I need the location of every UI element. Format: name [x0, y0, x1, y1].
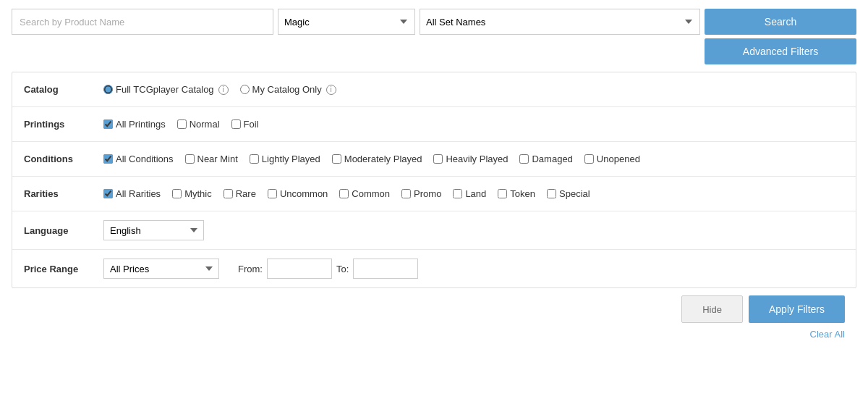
language-row: Language English French German Spanish I… [12, 211, 856, 250]
special-checkbox[interactable] [547, 189, 556, 198]
promo-label: Promo [414, 188, 441, 199]
normal-label: Normal [190, 119, 220, 130]
foil-checkbox[interactable] [231, 119, 241, 129]
language-label: Language [24, 225, 103, 236]
action-buttons: Search Advanced Filters [705, 9, 856, 64]
hide-button[interactable]: Hide [681, 295, 743, 323]
set-select[interactable]: All Set Names [420, 9, 700, 35]
special-label: Special [559, 188, 590, 199]
land-option[interactable]: Land [453, 188, 486, 199]
near-mint-option[interactable]: Near Mint [185, 154, 238, 164]
full-catalog-radio[interactable] [103, 85, 113, 94]
printings-options: All Printings Normal Foil [103, 119, 259, 130]
catalog-options: Full TCGplayer Catalog i My Catalog Only… [103, 84, 336, 95]
damaged-checkbox[interactable] [519, 154, 529, 164]
price-range-options: All Prices Under $1 $1 - $5 $5 - $10 $10… [103, 259, 418, 279]
moderately-played-checkbox[interactable] [332, 154, 341, 164]
token-checkbox[interactable] [498, 189, 507, 198]
conditions-options: All Conditions Near Mint Lightly Played … [103, 154, 640, 164]
apply-filters-button[interactable]: Apply Filters [749, 295, 845, 323]
mythic-label: Mythic [184, 188, 212, 199]
damaged-option[interactable]: Damaged [519, 154, 572, 164]
special-option[interactable]: Special [547, 188, 590, 199]
normal-checkbox[interactable] [177, 119, 187, 129]
all-printings-checkbox[interactable] [103, 119, 113, 129]
rare-label: Rare [236, 188, 256, 199]
my-catalog-label: My Catalog Only [252, 84, 322, 95]
token-label: Token [510, 188, 535, 199]
moderately-played-option[interactable]: Moderately Played [332, 154, 422, 164]
clear-all-row: Clear All [12, 327, 856, 345]
price-range-inputs: From: To: [238, 259, 418, 279]
price-to-input[interactable] [353, 259, 418, 279]
conditions-row: Conditions All Conditions Near Mint Ligh… [12, 142, 856, 177]
near-mint-label: Near Mint [197, 154, 238, 164]
foil-label: Foil [244, 119, 259, 130]
advanced-filters-button[interactable]: Advanced Filters [705, 38, 856, 64]
land-checkbox[interactable] [453, 189, 462, 198]
full-catalog-label: Full TCGplayer Catalog [116, 84, 214, 95]
catalog-row: Catalog Full TCGplayer Catalog i My Cata… [12, 72, 856, 107]
all-printings-option[interactable]: All Printings [103, 119, 166, 130]
rare-checkbox[interactable] [224, 189, 233, 198]
unopened-option[interactable]: Unopened [584, 154, 640, 164]
near-mint-checkbox[interactable] [185, 154, 195, 164]
promo-checkbox[interactable] [401, 189, 411, 198]
language-select[interactable]: English French German Spanish Italian Po… [103, 220, 204, 240]
heavily-played-label: Heavily Played [446, 154, 508, 164]
price-range-select[interactable]: All Prices Under $1 $1 - $5 $5 - $10 $10… [103, 259, 219, 279]
search-input[interactable] [12, 9, 273, 35]
token-option[interactable]: Token [498, 188, 535, 199]
promo-option[interactable]: Promo [401, 188, 441, 199]
heavily-played-option[interactable]: Heavily Played [433, 154, 508, 164]
uncommon-label: Uncommon [280, 188, 328, 199]
printings-row: Printings All Printings Normal Foil [12, 107, 856, 142]
top-bar: Magic All Set Names Search Advanced Filt… [12, 9, 856, 64]
all-rarities-option[interactable]: All Rarities [103, 188, 161, 199]
my-catalog-info-icon: i [326, 85, 336, 95]
language-options: English French German Spanish Italian Po… [103, 220, 204, 240]
footer-buttons: Hide Apply Filters [12, 288, 856, 327]
unopened-checkbox[interactable] [584, 154, 594, 164]
my-catalog-option[interactable]: My Catalog Only i [240, 84, 336, 95]
clear-all-button[interactable]: Clear All [810, 329, 845, 340]
common-label: Common [352, 188, 390, 199]
moderately-played-label: Moderately Played [344, 154, 422, 164]
unopened-label: Unopened [597, 154, 640, 164]
price-range-label: Price Range [24, 264, 103, 274]
rarities-row: Rarities All Rarities Mythic Rare Uncomm… [12, 177, 856, 211]
damaged-label: Damaged [532, 154, 572, 164]
land-label: Land [465, 188, 486, 199]
lightly-played-option[interactable]: Lightly Played [250, 154, 320, 164]
uncommon-checkbox[interactable] [268, 189, 277, 198]
to-label: To: [336, 264, 349, 274]
all-conditions-checkbox[interactable] [103, 154, 113, 164]
full-catalog-option[interactable]: Full TCGplayer Catalog i [103, 84, 229, 95]
printings-label: Printings [24, 119, 103, 130]
rare-option[interactable]: Rare [224, 188, 256, 199]
search-button[interactable]: Search [705, 9, 856, 35]
conditions-label: Conditions [24, 154, 103, 164]
all-conditions-option[interactable]: All Conditions [103, 154, 174, 164]
lightly-played-checkbox[interactable] [250, 154, 259, 164]
common-checkbox[interactable] [339, 189, 349, 198]
all-printings-label: All Printings [116, 119, 166, 130]
uncommon-option[interactable]: Uncommon [268, 188, 328, 199]
all-rarities-checkbox[interactable] [103, 189, 113, 198]
foil-option[interactable]: Foil [231, 119, 259, 130]
mythic-checkbox[interactable] [172, 189, 182, 198]
all-rarities-label: All Rarities [116, 188, 161, 199]
mythic-option[interactable]: Mythic [172, 188, 212, 199]
price-range-row: Price Range All Prices Under $1 $1 - $5 … [12, 250, 856, 287]
normal-option[interactable]: Normal [177, 119, 220, 130]
lightly-played-label: Lightly Played [262, 154, 320, 164]
common-option[interactable]: Common [339, 188, 390, 199]
rarities-options: All Rarities Mythic Rare Uncommon Common [103, 188, 590, 199]
my-catalog-radio[interactable] [240, 85, 250, 94]
from-label: From: [238, 264, 263, 274]
game-select[interactable]: Magic [278, 9, 415, 35]
price-from-input[interactable] [267, 259, 332, 279]
catalog-label: Catalog [24, 84, 103, 95]
rarities-label: Rarities [24, 188, 103, 199]
heavily-played-checkbox[interactable] [433, 154, 443, 164]
